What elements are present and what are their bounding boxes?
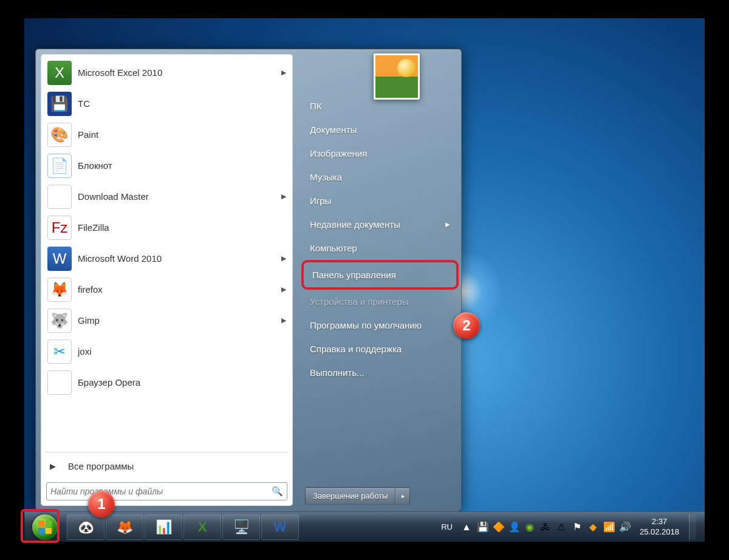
program-list: XMicrosoft Excel 2010▶💾TC🎨Paint📄Блокнот⬇… bbox=[41, 55, 292, 449]
tray-network-icon[interactable]: 🖧 bbox=[540, 522, 551, 533]
taskbar-app-word[interactable]: W bbox=[261, 514, 299, 540]
taskbar-pinned-group: 🐼 🦊 📊 X 🖥️ W bbox=[67, 514, 299, 540]
all-programs-label: Все программы bbox=[68, 461, 134, 471]
callout-marker-1: 1 bbox=[88, 491, 115, 517]
start-button[interactable] bbox=[28, 513, 62, 541]
taskbar-app-panda[interactable]: 🐼 bbox=[67, 514, 104, 540]
tray-save-icon[interactable]: 💾 bbox=[477, 521, 488, 533]
right-item-documents[interactable]: Документы bbox=[305, 118, 455, 142]
right-item-control-panel[interactable]: Панель управления bbox=[304, 262, 456, 287]
desktop-background: XMicrosoft Excel 2010▶💾TC🎨Paint📄Блокнот⬇… bbox=[24, 18, 705, 542]
label: Компьютер bbox=[310, 243, 357, 253]
label: Выполнить... bbox=[310, 367, 364, 378]
chevron-right-icon: ▶ bbox=[281, 69, 286, 77]
right-item-pictures[interactable]: Изображения bbox=[305, 142, 455, 165]
program-item[interactable]: 🎨Paint bbox=[43, 119, 291, 150]
chevron-right-icon: ▶ bbox=[281, 254, 286, 262]
program-icon: 🦊 bbox=[47, 278, 72, 302]
program-item[interactable]: WMicrosoft Word 2010▶ bbox=[43, 243, 291, 274]
program-item[interactable]: ⬇Download Master▶ bbox=[43, 181, 291, 212]
divider bbox=[45, 452, 289, 452]
arrow-right-icon: ▶ bbox=[50, 462, 56, 471]
program-label: TC bbox=[78, 98, 286, 109]
label: Музыка bbox=[310, 172, 342, 182]
language-indicator[interactable]: RU bbox=[439, 521, 455, 533]
program-item[interactable]: FzFileZilla bbox=[43, 212, 291, 243]
label: Программы по умолчанию bbox=[310, 320, 422, 330]
windows-logo-icon bbox=[32, 514, 58, 540]
show-desktop-button[interactable] bbox=[689, 514, 696, 540]
label: Изображения bbox=[310, 148, 367, 159]
program-icon: 🐺 bbox=[47, 309, 72, 333]
taskbar-app-excel[interactable]: X bbox=[183, 514, 221, 540]
system-tray: RU ▲ 💾 🔶 👤 ◉ 🖧 ⚠ ⚑ ◆ 📶 🔊 2:37 25.02.2018 bbox=[439, 514, 701, 540]
program-item[interactable]: 📄Блокнот bbox=[43, 150, 291, 181]
program-item[interactable]: 🐺Gimp▶ bbox=[43, 305, 291, 336]
clock-time: 2:37 bbox=[640, 517, 679, 527]
tray-show-hidden-icon[interactable]: ▲ bbox=[461, 522, 472, 533]
program-label: Gimp bbox=[78, 315, 281, 326]
search-input[interactable] bbox=[50, 487, 272, 496]
tray-alert-icon[interactable]: ⚠ bbox=[556, 521, 567, 533]
program-icon: W bbox=[47, 247, 72, 271]
tray-nvidia-icon[interactable]: ◉ bbox=[524, 521, 535, 533]
chevron-right-icon: ▶ bbox=[281, 316, 286, 324]
program-label: FileZilla bbox=[78, 222, 286, 233]
program-item[interactable]: 💾TC bbox=[43, 88, 291, 119]
right-item-computer[interactable]: Компьютер bbox=[305, 236, 455, 260]
search-icon: 🔍 bbox=[272, 486, 283, 497]
start-menu: XMicrosoft Excel 2010▶💾TC🎨Paint📄Блокнот⬇… bbox=[35, 49, 462, 511]
tray-volume-icon[interactable]: 🔊 bbox=[619, 521, 630, 533]
right-item-default-programs[interactable]: Программы по умолчанию bbox=[305, 313, 455, 337]
tray-wifi-icon[interactable]: 📶 bbox=[603, 521, 614, 533]
program-item[interactable]: XMicrosoft Excel 2010▶ bbox=[43, 57, 291, 88]
program-label: firefox bbox=[78, 284, 281, 295]
shutdown-row: Завершение работы ▸ bbox=[305, 487, 455, 505]
right-item-recent[interactable]: Недавние документы ▶ bbox=[305, 213, 455, 236]
shutdown-button[interactable]: Завершение работы bbox=[305, 487, 395, 505]
label: Игры bbox=[310, 196, 331, 206]
program-label: Браузер Opera bbox=[78, 377, 286, 388]
program-label: Paint bbox=[78, 129, 286, 140]
shutdown-options-button[interactable]: ▸ bbox=[395, 487, 410, 505]
tray-flag-icon[interactable]: ⚑ bbox=[572, 521, 583, 533]
label: Справка и поддержка bbox=[310, 344, 402, 354]
right-item-help[interactable]: Справка и поддержка bbox=[305, 337, 455, 361]
program-item[interactable]: ✂joxi bbox=[43, 336, 291, 367]
right-item-games[interactable]: Игры bbox=[305, 189, 455, 213]
search-box[interactable]: 🔍 bbox=[46, 482, 287, 500]
tray-app-icon-1[interactable]: 🔶 bbox=[493, 521, 504, 533]
program-icon: X bbox=[47, 61, 72, 85]
label: Недавние документы bbox=[310, 219, 400, 230]
all-programs-button[interactable]: ▶ Все программы bbox=[41, 455, 292, 477]
label: Устройства и принтеры bbox=[310, 296, 408, 307]
taskbar-app-firefox[interactable]: 🦊 bbox=[106, 514, 143, 540]
right-item-music[interactable]: Музыка bbox=[305, 165, 455, 189]
taskbar-app-explorer[interactable]: 🖥️ bbox=[222, 514, 260, 540]
program-item[interactable]: OБраузер Opera bbox=[43, 367, 291, 398]
program-label: Блокнот bbox=[78, 160, 286, 171]
chevron-right-icon: ▶ bbox=[281, 285, 286, 293]
label: Панель управления bbox=[312, 270, 396, 280]
tray-app-icon-2[interactable]: 👤 bbox=[508, 521, 519, 533]
taskbar-app-resource-monitor[interactable]: 📊 bbox=[145, 514, 182, 540]
callout-marker-2: 2 bbox=[453, 312, 480, 339]
chevron-right-icon: ▶ bbox=[281, 193, 286, 200]
search-area: 🔍 bbox=[41, 477, 292, 505]
program-icon: 📄 bbox=[47, 154, 72, 178]
taskbar-clock[interactable]: 2:37 25.02.2018 bbox=[636, 517, 683, 537]
program-label: Microsoft Word 2010 bbox=[78, 253, 281, 264]
highlight-control-panel: Панель управления bbox=[301, 260, 459, 290]
right-item-devices[interactable]: Устройства и принтеры bbox=[305, 290, 455, 313]
program-item[interactable]: 🦊firefox▶ bbox=[43, 274, 291, 305]
label: ПК bbox=[310, 101, 322, 111]
program-icon: ✂ bbox=[47, 340, 72, 364]
program-icon: Fz bbox=[47, 216, 72, 240]
clock-date: 25.02.2018 bbox=[640, 527, 679, 537]
program-label: joxi bbox=[78, 346, 286, 357]
right-item-run[interactable]: Выполнить... bbox=[305, 361, 455, 384]
program-label: Download Master bbox=[78, 191, 281, 202]
program-label: Microsoft Excel 2010 bbox=[78, 67, 281, 78]
tray-app-icon-3[interactable]: ◆ bbox=[587, 521, 598, 533]
user-picture[interactable] bbox=[374, 53, 420, 100]
